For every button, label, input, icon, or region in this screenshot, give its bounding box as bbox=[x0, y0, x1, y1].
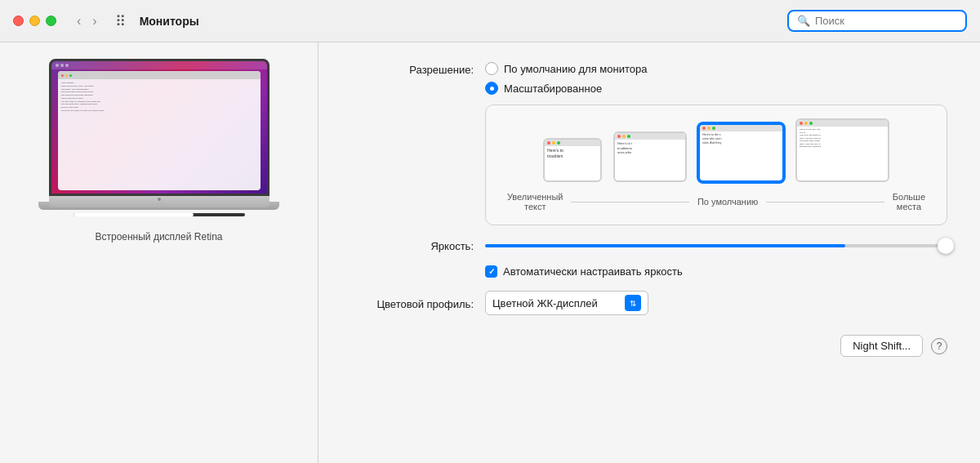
search-icon: 🔍 bbox=[797, 15, 810, 27]
display-label: Встроенный дисплей Retina bbox=[95, 231, 222, 243]
grid-button[interactable]: ⠿ bbox=[111, 11, 130, 32]
resolution-label: Разрешение: bbox=[359, 62, 474, 76]
auto-brightness-row: ✓ Автоматически настраивать яркость bbox=[359, 265, 947, 278]
brightness-slider-thumb[interactable] bbox=[938, 238, 954, 254]
menubar-dot bbox=[60, 64, 64, 67]
scale-thumb-4[interactable]: Here's to the crazy oneThe roones who se… bbox=[795, 118, 889, 182]
color-profile-label: Цветовой профиль: bbox=[359, 296, 474, 310]
thumb-dot-r3 bbox=[702, 127, 706, 130]
thumb-dot-y4 bbox=[804, 122, 808, 125]
bottom-bar: Night Shift... ? bbox=[359, 328, 947, 357]
thumb-dot-y1 bbox=[552, 141, 555, 145]
thumb-dot-y2 bbox=[622, 135, 626, 138]
window-titlebar bbox=[58, 71, 261, 79]
scale-option-2[interactable]: Here's to ttroublemaones who bbox=[613, 131, 687, 182]
thumb-dot-g4 bbox=[809, 122, 813, 125]
thumb-dot-g2 bbox=[627, 135, 630, 138]
scale-options: Here's totroublem Here' bbox=[499, 118, 933, 182]
scale-option-3[interactable]: Here's to the cones who see trules. And … bbox=[698, 123, 784, 182]
scale-label-right: Большеместа bbox=[893, 192, 925, 211]
resolution-default-option[interactable]: По умолчанию для монитора bbox=[485, 62, 947, 75]
back-button[interactable]: ‹ bbox=[73, 13, 85, 29]
scale-thumb-1[interactable]: Here's totroublem bbox=[543, 138, 602, 182]
scale-option-1[interactable]: Here's totroublem bbox=[543, 138, 602, 182]
thumb-body-4: Here's to the crazy oneThe roones who se… bbox=[797, 127, 888, 150]
brightness-label: Яркость: bbox=[359, 238, 474, 252]
search-box: 🔍 bbox=[787, 10, 967, 32]
brightness-indicator bbox=[74, 213, 245, 216]
thumb-body-3: Here's to the cones who see trules. And … bbox=[700, 131, 782, 147]
screen-window: Think different. Here's to the crazy one… bbox=[58, 71, 261, 190]
macbook-screen-inner: Think different. Here's to the crazy one… bbox=[51, 61, 267, 194]
scale-options-container: Here's totroublem Here' bbox=[485, 105, 947, 225]
page-title: Мониторы bbox=[140, 15, 777, 28]
maximize-button[interactable] bbox=[46, 16, 56, 26]
thumb-dot-r1 bbox=[547, 141, 550, 145]
win-close bbox=[61, 74, 64, 77]
search-input[interactable] bbox=[815, 15, 957, 27]
resolution-scaled-label: Масштабированное bbox=[504, 82, 602, 95]
brightness-slider-fill bbox=[485, 244, 845, 247]
resolution-controls: По умолчанию для монитора Масштабированн… bbox=[485, 62, 947, 225]
sidebar: Think different. Here's to the crazy one… bbox=[0, 42, 318, 463]
color-profile-value: Цветной ЖК-дисплей bbox=[492, 297, 598, 309]
resolution-scaled-radio[interactable] bbox=[485, 82, 498, 95]
scale-label-left: Увеличенныйтекст bbox=[507, 192, 563, 211]
scale-thumb-3[interactable]: Here's to the cones who see trules. And … bbox=[698, 123, 784, 182]
forward-button[interactable]: › bbox=[88, 13, 100, 29]
auto-brightness-spacer bbox=[359, 271, 474, 273]
main-content: Think different. Here's to the crazy one… bbox=[0, 42, 980, 463]
help-button[interactable]: ? bbox=[931, 338, 947, 354]
window-body: Think different. Here's to the crazy one… bbox=[58, 79, 261, 115]
win-minimize bbox=[65, 74, 68, 77]
minimize-button[interactable] bbox=[29, 16, 40, 26]
settings-panel: Разрешение: По умолчанию для монитора Ма… bbox=[318, 42, 980, 463]
auto-brightness-label: Автоматически настраивать яркость bbox=[503, 265, 683, 278]
scale-thumb-2[interactable]: Here's to ttroublemaones who bbox=[613, 131, 687, 182]
win-maximize bbox=[69, 74, 72, 77]
thumb-dot-g1 bbox=[557, 141, 560, 145]
scale-thumb-bar-2 bbox=[615, 133, 685, 140]
thumb-dot-g3 bbox=[712, 127, 715, 130]
auto-brightness-checkbox[interactable]: ✓ bbox=[485, 265, 497, 278]
titlebar: ‹ › ⠿ Мониторы 🔍 bbox=[0, 0, 980, 42]
scale-labels: Увеличенныйтекст По умолчанию Большемест… bbox=[499, 192, 933, 211]
scale-label-center: По умолчанию bbox=[697, 197, 758, 207]
brightness-row: Яркость: bbox=[359, 238, 947, 252]
brightness-slider-track[interactable] bbox=[485, 244, 947, 247]
thumb-dot-r4 bbox=[800, 122, 803, 125]
macbook-menubar bbox=[51, 61, 267, 69]
auto-brightness-control[interactable]: ✓ Автоматически настраивать яркость bbox=[485, 265, 683, 278]
resolution-row: Разрешение: По умолчанию для монитора Ма… bbox=[359, 62, 947, 225]
checkbox-checkmark: ✓ bbox=[488, 267, 495, 276]
color-profile-dropdown[interactable]: Цветной ЖК-дисплей ⇅ bbox=[485, 291, 648, 315]
scale-divider bbox=[571, 202, 688, 203]
resolution-default-radio[interactable] bbox=[485, 62, 498, 75]
brightness-fill bbox=[74, 213, 194, 216]
scale-thumb-bar-3 bbox=[700, 125, 782, 131]
menubar-dot bbox=[56, 64, 59, 67]
camera-notch bbox=[158, 198, 161, 201]
thumb-dot-r2 bbox=[617, 135, 621, 138]
scale-divider-2 bbox=[766, 202, 884, 203]
resolution-default-label: По умолчанию для монитора bbox=[504, 63, 647, 75]
display-preview: Think different. Here's to the crazy one… bbox=[49, 59, 270, 202]
traffic-lights bbox=[13, 16, 56, 26]
thumb-body-2: Here's to ttroublemaones who bbox=[615, 140, 685, 157]
resolution-scaled-option[interactable]: Масштабированное bbox=[485, 82, 947, 95]
night-shift-button[interactable]: Night Shift... bbox=[840, 335, 923, 357]
dropdown-arrow-icon: ⇅ bbox=[625, 295, 641, 311]
macbook-chin bbox=[49, 196, 270, 207]
macbook-screen-outer: Think different. Here's to the crazy one… bbox=[49, 59, 270, 196]
thumb-dot-y3 bbox=[707, 127, 710, 130]
nav-buttons: ‹ › bbox=[73, 13, 101, 29]
color-profile-row: Цветовой профиль: Цветной ЖК-дисплей ⇅ bbox=[359, 291, 947, 315]
scale-thumb-bar-1 bbox=[545, 140, 600, 146]
close-button[interactable] bbox=[13, 16, 24, 26]
scale-thumb-bar-4 bbox=[797, 120, 888, 127]
brightness-slider-container bbox=[485, 244, 947, 247]
thumb-body-1: Here's totroublem bbox=[545, 146, 600, 161]
scale-option-4[interactable]: Here's to the crazy oneThe roones who se… bbox=[795, 118, 889, 182]
menubar-dot bbox=[65, 64, 69, 67]
